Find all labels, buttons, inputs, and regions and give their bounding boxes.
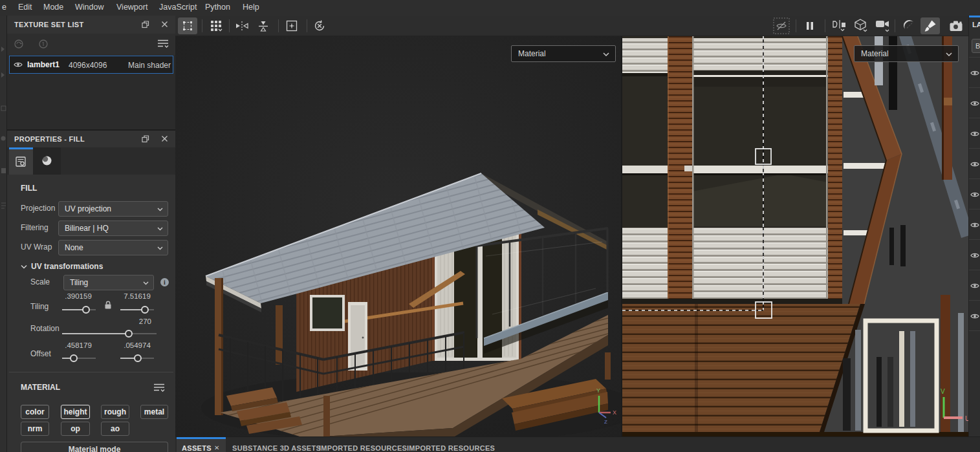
layer-row[interactable] [969, 118, 980, 149]
transform-tool-button[interactable] [178, 17, 197, 34]
material-mode-button[interactable]: Material mode [21, 442, 168, 452]
eye-icon[interactable] [970, 191, 979, 199]
projection-dropdown[interactable]: UV projection [58, 201, 168, 217]
menu-edit[interactable]: Edit [18, 3, 32, 12]
viewport-2d[interactable]: V U Material [621, 36, 968, 436]
paint-tool-button[interactable] [920, 17, 940, 34]
eye-slash-dashed-icon [773, 17, 790, 34]
filtering-dropdown[interactable]: Bilinear | HQ [58, 221, 168, 236]
view-layout-button[interactable] [830, 17, 849, 34]
grid-snap-button[interactable] [206, 17, 226, 34]
info-icon[interactable]: i [160, 278, 169, 286]
channel-metal-button[interactable]: metal [140, 405, 168, 419]
layer-row[interactable] [969, 270, 980, 301]
reset-transform-button[interactable] [310, 17, 329, 34]
eye-icon[interactable] [14, 61, 23, 69]
chevron-down-icon [157, 227, 163, 231]
channel-rough-button[interactable]: rough [101, 405, 129, 419]
tiling-x-slider[interactable] [62, 309, 96, 310]
channel-op-button[interactable]: op [61, 422, 90, 436]
texture-set-row[interactable]: lambert1 4096x4096 Main shader [9, 56, 173, 74]
menu-help[interactable]: Help [243, 3, 259, 12]
2d-shading-mode-dropdown[interactable]: Material [854, 45, 959, 62]
offset-y-value[interactable]: .054974 [118, 341, 157, 349]
uv-wrap-label: UV Wrap [21, 242, 52, 252]
layer-row[interactable] [969, 57, 980, 88]
tiling-x-value[interactable]: .390159 [59, 292, 98, 300]
eye-icon[interactable] [970, 282, 979, 290]
close-tab-icon[interactable]: ✕ [214, 444, 219, 451]
menu-window[interactable]: Window [75, 3, 103, 12]
mirror-horizontal-button[interactable] [232, 17, 252, 34]
tiling-y-value[interactable]: 7.51619 [118, 292, 157, 300]
3d-shading-mode-dropdown[interactable]: Material [511, 45, 616, 62]
eye-icon[interactable] [970, 312, 979, 320]
channel-ao-button[interactable]: ao [101, 422, 129, 436]
layers-filter-dropdown[interactable]: Ba [972, 39, 980, 53]
layer-row[interactable] [969, 300, 980, 331]
particle-brush-button[interactable] [900, 17, 919, 34]
tab-material-preview[interactable] [33, 147, 61, 175]
uv-transformations-title[interactable]: UV transformations [31, 262, 103, 271]
tab-imported-resources-1[interactable]: IMPORTED RESOURCES [319, 444, 407, 452]
eye-icon[interactable] [970, 100, 979, 107]
scale-mode-dropdown[interactable]: Tiling [63, 275, 154, 290]
menu-python[interactable]: Python [205, 3, 230, 12]
center-pivot-button[interactable] [282, 17, 301, 34]
eye-icon[interactable] [970, 130, 979, 138]
channel-color-button[interactable]: color [21, 405, 49, 419]
float-panel-icon[interactable] [142, 21, 149, 28]
viewport-3d[interactable]: Y X Z Material [175, 36, 621, 436]
menu-mode[interactable]: Mode [43, 3, 63, 12]
channel-height-button[interactable]: height [61, 405, 90, 419]
menu-file-truncated[interactable]: e [2, 3, 6, 12]
visibility-toggle-button[interactable] [772, 17, 791, 34]
rotation-value[interactable]: 270 [106, 317, 151, 325]
camera-settings-button[interactable] [874, 17, 893, 34]
layer-row[interactable] [969, 239, 980, 270]
single-visibility-icon[interactable] [38, 39, 50, 49]
layers-tab-accent [969, 16, 980, 17]
layer-row[interactable] [969, 148, 980, 179]
tab-substance-3d-assets[interactable]: SUBSTANCE 3D ASSETS [232, 444, 321, 452]
close-panel-icon[interactable] [161, 135, 168, 142]
properties-title: PROPERTIES - FILL [14, 135, 85, 143]
material-options-icon[interactable] [153, 383, 165, 393]
eye-icon[interactable] [970, 221, 979, 229]
tab-imported-resources-2[interactable]: IMPORTED RESOURCES [407, 444, 495, 452]
stack-visibility-icon[interactable] [14, 39, 25, 49]
collapse-chevron-icon[interactable] [21, 264, 27, 269]
lock-icon[interactable] [104, 300, 112, 310]
3d-view-settings-button[interactable] [852, 17, 871, 34]
tab-fill-properties[interactable] [9, 147, 33, 175]
eye-icon[interactable] [970, 69, 979, 77]
menu-javascript[interactable]: JavaScript [159, 3, 197, 12]
menu-viewport[interactable]: Viewport [116, 3, 147, 12]
tab-assets[interactable]: ASSETS ✕ [177, 437, 226, 452]
scale-mode-value: Tiling [70, 278, 88, 287]
list-options-icon[interactable] [157, 39, 169, 49]
svg-text:X: X [613, 409, 616, 416]
fill-section-title: FILL [21, 184, 37, 193]
channel-nrm-button[interactable]: nrm [21, 422, 49, 436]
screenshot-button[interactable] [946, 17, 966, 34]
tiling-y-slider[interactable] [120, 309, 154, 310]
row-divider [969, 330, 980, 331]
eye-icon[interactable] [970, 252, 979, 259]
close-panel-icon[interactable] [161, 21, 168, 28]
uv-wrap-dropdown[interactable]: None [58, 240, 168, 255]
offset-y-slider[interactable] [120, 358, 154, 359]
layer-row[interactable] [969, 209, 980, 240]
uv-wrap-value: None [65, 243, 83, 252]
eye-icon[interactable] [970, 160, 979, 168]
chevron-down-icon [603, 52, 609, 57]
offset-x-slider[interactable] [62, 358, 96, 359]
layer-row[interactable] [969, 178, 980, 210]
mirror-vertical-button[interactable] [254, 17, 273, 34]
offset-x-value[interactable]: .458179 [59, 341, 98, 349]
float-panel-icon[interactable] [142, 135, 149, 143]
pause-engine-button[interactable] [800, 17, 820, 34]
rotation-slider[interactable] [62, 333, 157, 334]
layer-row[interactable] [969, 87, 980, 118]
texture-set-toolbar [7, 34, 175, 55]
